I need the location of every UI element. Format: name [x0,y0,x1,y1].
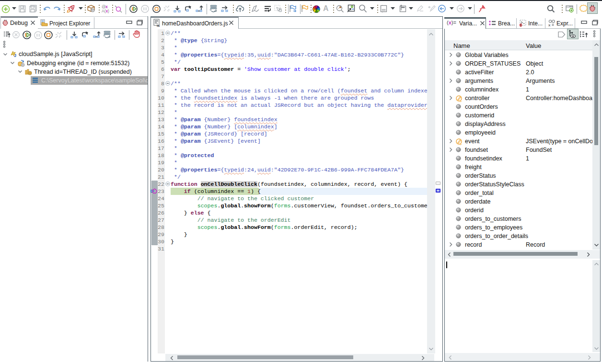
svg-text:J: J [14,53,16,58]
svg-text:): ) [108,9,109,13]
svg-text:x: x [548,23,551,27]
svg-text:A(: A( [102,9,106,13]
svg-text:A: A [323,4,329,12]
